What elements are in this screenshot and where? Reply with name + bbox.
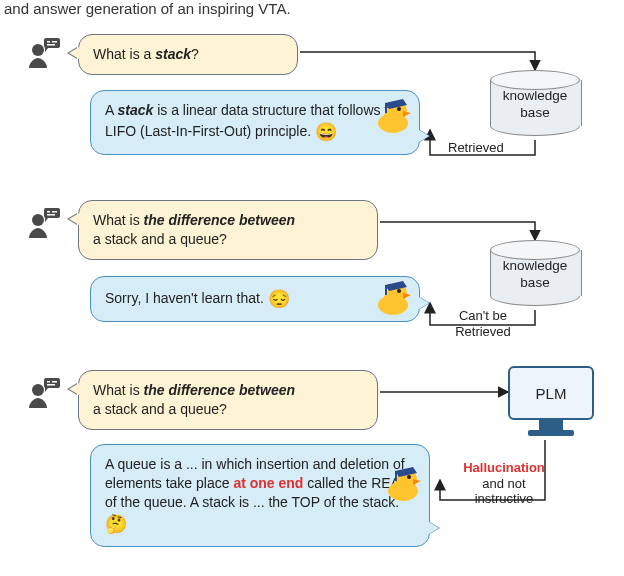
e3-red: Hallucination bbox=[463, 460, 545, 475]
svg-rect-23 bbox=[52, 381, 57, 383]
svg-rect-24 bbox=[47, 384, 55, 386]
smile-emoji: 😄 bbox=[315, 122, 337, 142]
svg-rect-3 bbox=[52, 41, 57, 43]
q3-line2: a stack and a queue? bbox=[93, 401, 227, 417]
q1-prefix: What is a bbox=[93, 46, 155, 62]
svg-rect-2 bbox=[47, 41, 50, 43]
svg-point-27 bbox=[407, 475, 411, 479]
q1-suffix: ? bbox=[191, 46, 199, 62]
plm-label: PLM bbox=[536, 385, 567, 402]
svg-point-0 bbox=[32, 44, 44, 56]
user-question-2: What is the difference between a stack a… bbox=[78, 200, 378, 260]
e3l2: and not bbox=[482, 476, 525, 491]
edge-retrieved-1: Retrieved bbox=[448, 140, 504, 156]
plm-monitor: PLM bbox=[508, 366, 594, 440]
svg-point-20 bbox=[32, 384, 44, 396]
svg-rect-4 bbox=[47, 44, 55, 46]
edge-hallucination: Hallucination and not instructive bbox=[454, 460, 554, 507]
knowledge-base-1: knowledgebase bbox=[490, 70, 580, 136]
bot-answer-1: A stack is a linear data structure that … bbox=[90, 90, 420, 155]
q2-line2: a stack and a queue? bbox=[93, 231, 227, 247]
svg-rect-14 bbox=[47, 214, 55, 216]
kb1-line2: base bbox=[520, 105, 549, 120]
e2l2: Retrieved bbox=[455, 324, 511, 339]
svg-rect-12 bbox=[47, 211, 50, 213]
svg-rect-22 bbox=[47, 381, 50, 383]
duck-grad-icon bbox=[373, 95, 413, 135]
think-emoji: 🤔 bbox=[105, 514, 127, 534]
sad-emoji: 😔 bbox=[268, 289, 290, 309]
svg-point-29 bbox=[394, 481, 398, 485]
a1-em: stack bbox=[117, 102, 153, 118]
kb2-line1: knowledge bbox=[503, 258, 568, 273]
bot-answer-2: Sorry, I haven't learn that. 😔 bbox=[90, 276, 420, 322]
svg-rect-8 bbox=[385, 103, 387, 113]
kb2-line2: base bbox=[520, 275, 549, 290]
svg-rect-11 bbox=[44, 208, 60, 218]
svg-rect-1 bbox=[44, 38, 60, 48]
svg-rect-18 bbox=[385, 285, 387, 295]
svg-rect-28 bbox=[395, 471, 397, 481]
q2-prefix: What is bbox=[93, 212, 144, 228]
a3-red: at one end bbox=[233, 475, 303, 491]
e2l1: Can't be bbox=[459, 308, 507, 323]
svg-point-17 bbox=[397, 289, 401, 293]
svg-rect-21 bbox=[44, 378, 60, 388]
q3-em: the difference between bbox=[144, 382, 295, 398]
e3l3: instructive bbox=[475, 491, 534, 506]
duck-grad-icon bbox=[373, 277, 413, 317]
user-chat-icon bbox=[26, 374, 62, 410]
knowledge-base-2: knowledgebase bbox=[490, 240, 580, 306]
bot-answer-3: A queue is a ... in which insertion and … bbox=[90, 444, 430, 547]
svg-point-7 bbox=[397, 107, 401, 111]
svg-point-10 bbox=[32, 214, 44, 226]
user-question-3: What is the difference between a stack a… bbox=[78, 370, 378, 430]
user-chat-icon bbox=[26, 34, 62, 70]
q2-em: the difference between bbox=[144, 212, 295, 228]
svg-point-9 bbox=[384, 113, 388, 117]
q1-em: stack bbox=[155, 46, 191, 62]
user-chat-icon bbox=[26, 204, 62, 240]
a2-text: Sorry, I haven't learn that. bbox=[105, 290, 268, 306]
user-question-1: What is a stack? bbox=[78, 34, 298, 75]
duck-grad-icon bbox=[383, 463, 423, 503]
edge-cant-retrieve: Can't beRetrieved bbox=[448, 308, 518, 339]
q3-prefix: What is bbox=[93, 382, 144, 398]
a1-prefix: A bbox=[105, 102, 117, 118]
kb1-line1: knowledge bbox=[503, 88, 568, 103]
cropped-text-above: and answer generation of an inspiring VT… bbox=[0, 0, 624, 17]
svg-point-19 bbox=[384, 295, 388, 299]
svg-rect-13 bbox=[52, 211, 57, 213]
